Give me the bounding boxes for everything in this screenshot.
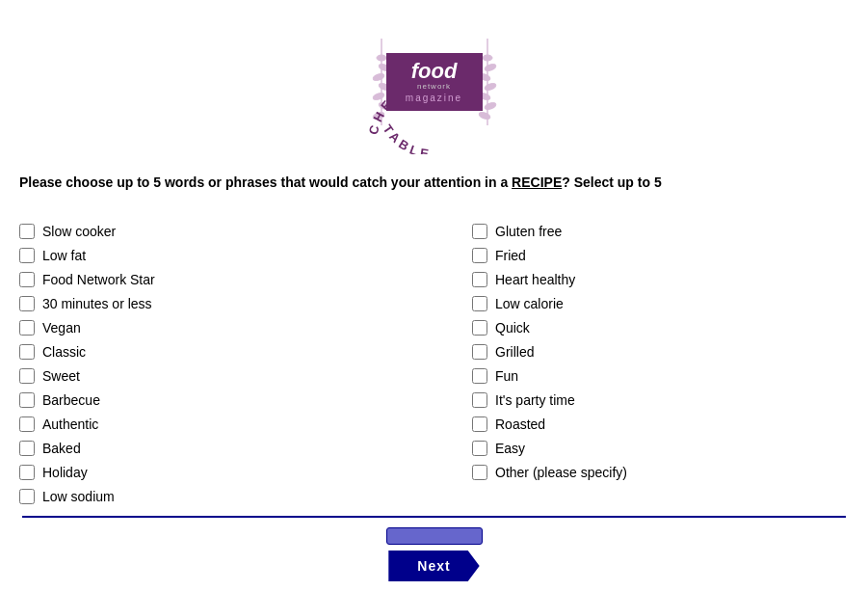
checkbox-other[interactable] bbox=[472, 465, 487, 480]
left-column: Slow cookerLow fatFood Network Star30 mi… bbox=[19, 222, 434, 506]
fn-magazine-text: magazine bbox=[400, 93, 469, 103]
label-classic: Classic bbox=[42, 344, 86, 360]
checkbox-classic[interactable] bbox=[19, 344, 35, 360]
checkboxes-container: Slow cookerLow fatFood Network Star30 mi… bbox=[0, 222, 868, 506]
list-item: Holiday bbox=[19, 463, 434, 482]
label-heart-healthy: Heart healthy bbox=[495, 272, 575, 287]
list-item: Grilled bbox=[472, 342, 771, 362]
list-item: Low calorie bbox=[472, 294, 771, 313]
fn-network-text: network bbox=[400, 82, 469, 91]
logo-wrapper: CHEF'S TABLE food network magazine bbox=[357, 10, 512, 154]
checkbox-heart-healthy[interactable] bbox=[472, 272, 487, 287]
next-button[interactable]: Next bbox=[388, 551, 479, 581]
label-party-time: It's party time bbox=[495, 392, 575, 408]
list-item: Roasted bbox=[472, 415, 771, 434]
svg-point-15 bbox=[483, 55, 492, 61]
question-text: Please choose up to 5 words or phrases t… bbox=[19, 174, 849, 193]
right-column: Gluten freeFriedHeart healthyLow calorie… bbox=[434, 222, 771, 506]
label-baked: Baked bbox=[42, 441, 81, 456]
svg-text:TABLE: TABLE bbox=[380, 121, 433, 154]
list-item: Easy bbox=[472, 439, 771, 458]
question-text-before: Please choose up to 5 words or phrases t… bbox=[19, 175, 512, 190]
checkbox-30-minutes[interactable] bbox=[19, 296, 35, 311]
svg-point-12 bbox=[484, 82, 496, 92]
list-item: Fried bbox=[472, 246, 771, 265]
divider-line bbox=[22, 516, 847, 518]
checkbox-holiday[interactable] bbox=[19, 465, 35, 480]
label-30-minutes: 30 minutes or less bbox=[42, 296, 152, 311]
fn-food-text: food bbox=[400, 61, 469, 82]
checkbox-slow-cooker[interactable] bbox=[19, 224, 35, 239]
svg-point-14 bbox=[484, 63, 496, 72]
list-item: Sweet bbox=[19, 366, 434, 386]
svg-point-5 bbox=[372, 72, 384, 82]
label-sweet: Sweet bbox=[42, 368, 80, 384]
checkbox-food-network-star[interactable] bbox=[19, 272, 35, 287]
list-item: Baked bbox=[19, 439, 434, 458]
list-item: Barbecue bbox=[19, 390, 434, 410]
label-authentic: Authentic bbox=[42, 416, 98, 432]
checkbox-authentic[interactable] bbox=[19, 416, 35, 432]
checkbox-quick[interactable] bbox=[472, 320, 487, 336]
svg-point-9 bbox=[478, 111, 490, 121]
checkbox-gluten-free[interactable] bbox=[472, 224, 487, 239]
svg-point-7 bbox=[377, 55, 386, 61]
label-other: Other (please specify) bbox=[495, 465, 627, 480]
nav-area: Next bbox=[0, 516, 868, 591]
checkbox-sweet[interactable] bbox=[19, 368, 35, 384]
checkbox-barbecue[interactable] bbox=[19, 392, 35, 408]
list-item: Classic bbox=[19, 342, 434, 362]
label-low-fat: Low fat bbox=[42, 248, 86, 263]
list-item: Low fat bbox=[19, 246, 434, 265]
label-fried: Fried bbox=[495, 248, 526, 263]
label-grilled: Grilled bbox=[495, 344, 534, 360]
list-item: Fun bbox=[472, 366, 771, 386]
list-item: Vegan bbox=[19, 318, 434, 337]
list-item: Low sodium bbox=[19, 487, 434, 506]
label-roasted: Roasted bbox=[495, 416, 545, 432]
label-fun: Fun bbox=[495, 368, 518, 384]
checkbox-vegan[interactable] bbox=[19, 320, 35, 336]
svg-point-10 bbox=[484, 101, 496, 111]
list-item: Food Network Star bbox=[19, 270, 434, 289]
checkbox-roasted[interactable] bbox=[472, 416, 487, 432]
checkbox-low-fat[interactable] bbox=[19, 248, 35, 263]
label-low-calorie: Low calorie bbox=[495, 296, 564, 311]
label-easy: Easy bbox=[495, 441, 525, 456]
checkbox-fun[interactable] bbox=[472, 368, 487, 384]
list-item: Quick bbox=[472, 318, 771, 337]
list-item: It's party time bbox=[472, 390, 771, 410]
checkbox-low-sodium[interactable] bbox=[19, 489, 35, 504]
list-item: Slow cooker bbox=[19, 222, 434, 241]
list-item: Gluten free bbox=[472, 222, 771, 241]
label-gluten-free: Gluten free bbox=[495, 224, 562, 239]
food-network-logo: food network magazine bbox=[386, 53, 483, 111]
label-barbecue: Barbecue bbox=[42, 392, 100, 408]
question-text-after: ? Select up to 5 bbox=[562, 175, 661, 190]
label-quick: Quick bbox=[495, 320, 530, 336]
label-food-network-star: Food Network Star bbox=[42, 272, 155, 287]
progress-indicator bbox=[386, 527, 483, 545]
checkbox-party-time[interactable] bbox=[472, 392, 487, 408]
label-vegan: Vegan bbox=[42, 320, 81, 336]
checkbox-low-calorie[interactable] bbox=[472, 296, 487, 311]
label-slow-cooker: Slow cooker bbox=[42, 224, 116, 239]
list-item: 30 minutes or less bbox=[19, 294, 434, 313]
list-item: Other (please specify) bbox=[472, 463, 771, 482]
checkbox-grilled[interactable] bbox=[472, 344, 487, 360]
label-low-sodium: Low sodium bbox=[42, 489, 115, 504]
question-area: Please choose up to 5 words or phrases t… bbox=[0, 164, 868, 222]
list-item: Heart healthy bbox=[472, 270, 771, 289]
list-item: Authentic bbox=[19, 415, 434, 434]
checkbox-easy[interactable] bbox=[472, 441, 487, 456]
checkbox-fried[interactable] bbox=[472, 248, 487, 263]
recipe-link: RECIPE bbox=[512, 175, 562, 190]
label-holiday: Holiday bbox=[42, 465, 88, 480]
checkbox-baked[interactable] bbox=[19, 441, 35, 456]
logo-container: CHEF'S TABLE food network magazine bbox=[0, 0, 868, 164]
